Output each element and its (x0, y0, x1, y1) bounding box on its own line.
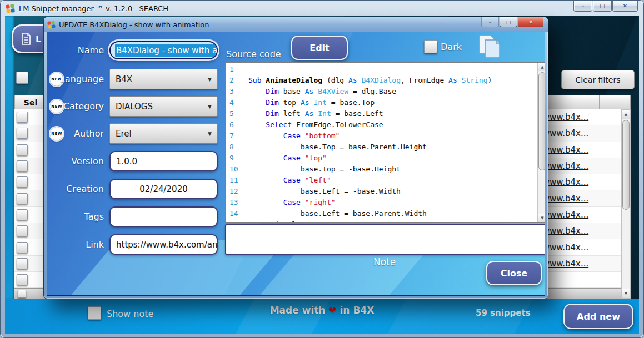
code-token: = dlg.Base (348, 87, 396, 95)
dark-mode-label: Dark (441, 42, 462, 52)
sel-column-header[interactable]: Sel (14, 95, 47, 109)
empty-cell (600, 174, 622, 190)
app-icon (47, 21, 56, 29)
row-checkbox[interactable] (17, 176, 28, 188)
dark-mode-checkbox[interactable] (424, 40, 437, 53)
row-checkbox[interactable] (18, 290, 26, 298)
note-label: Note (346, 256, 423, 268)
empty-cell (600, 125, 622, 141)
version-input[interactable]: 1.0.0 (109, 151, 218, 171)
code-token: B4XDialog (362, 76, 401, 84)
maximize-button[interactable]: □ (593, 1, 612, 12)
row-checkbox[interactable] (17, 258, 28, 269)
dialog-minimize-button: – (481, 17, 499, 27)
edit-button[interactable]: Edit (291, 36, 348, 60)
row-checkbox[interactable] (17, 112, 28, 123)
dialog-titlebar[interactable]: UPDATE B4XDialog - show with animation –… (44, 17, 548, 32)
name-label: Name (53, 45, 104, 56)
code-token: As (301, 98, 313, 107)
close-button[interactable]: ✕ (612, 1, 638, 12)
row-checkbox[interactable] (17, 274, 28, 285)
code-scrollbar[interactable]: ▲ ▼ (537, 63, 545, 222)
close-icon: ✕ (623, 3, 627, 9)
line-number: 6 (226, 119, 248, 130)
clear-filters-button[interactable]: Clear filters (561, 70, 635, 89)
row-checkbox[interactable] (17, 128, 28, 139)
code-line: 7 Case "bottom" (226, 130, 537, 142)
table-row (14, 158, 47, 174)
line-number: 7 (226, 130, 248, 142)
edit-button-label: Edit (309, 43, 330, 53)
made-with-suffix: in B4X (337, 305, 375, 316)
link-input[interactable]: https://www.b4x.com/and (109, 234, 218, 255)
code-line: 3 Dim base As B4XView = dlg.Base (226, 86, 537, 97)
scrollbar-thumb[interactable] (622, 120, 630, 210)
line-number: 13 (226, 197, 248, 208)
code-text: base.Left = -base.Width (248, 186, 401, 197)
dialog-close-action-button[interactable]: Close (486, 261, 542, 285)
table-row (14, 207, 47, 223)
select-all-checkbox[interactable] (16, 72, 28, 84)
sel-column: Sel (14, 95, 47, 288)
code-text: Dim base As B4XView = dlg.Base (248, 86, 396, 97)
main-window-title: LM Snippet manager ™ v. 1.2.0 SEARCH (19, 4, 168, 13)
language-label: Language (53, 74, 104, 84)
scroll-down-icon[interactable]: ▼ (622, 289, 630, 298)
code-token: , FromEdge (401, 76, 448, 84)
code-token (248, 87, 266, 95)
code-line: 2Sub AnimateDialog (dlg As B4XDialog, Fr… (226, 75, 537, 86)
author-dropdown[interactable]: Erel ▼ (109, 123, 218, 144)
minimize-button[interactable]: – (573, 1, 592, 12)
close-icon: ✕ (528, 19, 533, 25)
sel-rows (14, 109, 47, 288)
tags-input[interactable] (109, 206, 218, 227)
scroll-up-icon[interactable]: ▲ (622, 110, 630, 119)
creation-input[interactable]: 02/24/2020 (109, 179, 218, 199)
row-checkbox[interactable] (17, 193, 28, 204)
code-line: 12 base.Left = -base.Width (226, 186, 537, 197)
scrollbar-thumb[interactable] (538, 72, 545, 170)
add-new-button[interactable]: Add new (563, 304, 633, 329)
language-dropdown[interactable]: B4X ▼ (109, 69, 218, 89)
code-token (248, 109, 266, 118)
code-token: Case (283, 176, 305, 184)
code-token: Case (283, 132, 305, 140)
main-titlebar[interactable]: LM Snippet manager ™ v. 1.2.0 SEARCH – □… (1, 1, 643, 16)
clear-filters-label: Clear filters (576, 75, 621, 84)
code-token: left (283, 109, 305, 118)
code-text: base.Left = base.Parent.Width (248, 208, 427, 219)
table-scrollbar[interactable]: ▲ ▼ (621, 109, 631, 299)
table-row (14, 256, 47, 272)
source-code-editor[interactable]: 12Sub AnimateDialog (dlg As B4XDialog, F… (225, 62, 545, 223)
line-number: 10 (226, 164, 248, 175)
scroll-down-icon[interactable]: ▼ (538, 214, 545, 222)
code-token: As (448, 76, 461, 84)
scroll-up-icon[interactable]: ▲ (538, 63, 545, 71)
code-line: 8 base.Top = base.Parent.Height (226, 142, 537, 153)
table-row (14, 174, 47, 190)
code-lines: 12Sub AnimateDialog (dlg As B4XDialog, F… (226, 64, 537, 223)
dialog-maximize-button[interactable]: □ (500, 17, 517, 27)
line-number: 4 (226, 97, 248, 108)
line-number: 12 (226, 186, 248, 197)
category-dropdown[interactable]: DIALOGS ▼ (109, 96, 218, 117)
row-checkbox[interactable] (17, 209, 28, 220)
version-label: Version (53, 156, 104, 167)
copy-icon[interactable] (475, 33, 503, 62)
note-input[interactable] (225, 224, 545, 255)
code-token: End Select (266, 220, 309, 223)
row-checkbox[interactable] (17, 225, 28, 236)
dropdown-arrow-icon: ▼ (208, 104, 212, 109)
line-number: 3 (226, 86, 248, 97)
row-checkbox[interactable] (17, 144, 28, 155)
link-value: https://www.b4x.com/and (116, 240, 218, 250)
dialog-close-button[interactable]: ✕ (518, 17, 543, 27)
empty-cell (600, 272, 622, 287)
name-input[interactable]: B4XDialog - show with animation (109, 41, 218, 59)
empty-cell (600, 109, 622, 125)
code-token (248, 120, 266, 129)
code-text: Case "bottom" (248, 130, 340, 142)
row-checkbox[interactable] (17, 242, 28, 253)
row-checkbox[interactable] (17, 160, 28, 171)
code-token: "top" (305, 154, 327, 162)
